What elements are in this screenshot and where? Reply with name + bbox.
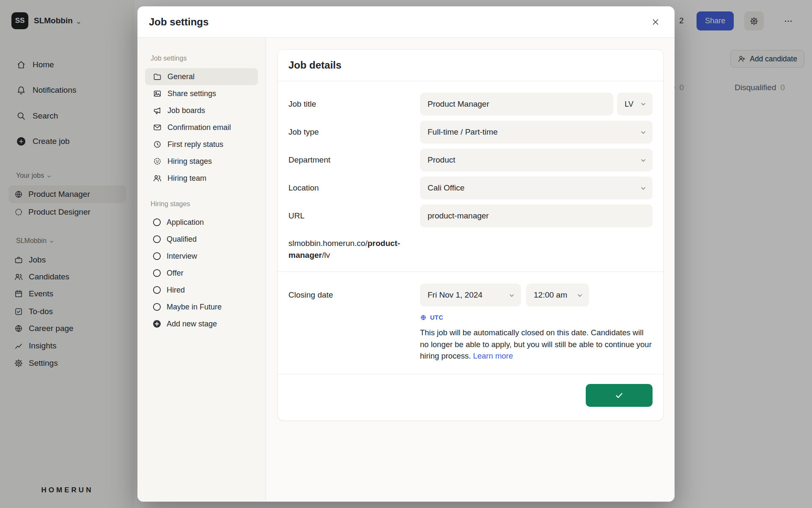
stage-item-interview[interactable]: Interview	[145, 248, 258, 265]
field-label: Closing date	[288, 290, 420, 300]
field-label: Location	[288, 183, 420, 193]
job-details-card: Job details Job title LV Job type	[277, 49, 664, 421]
envelope-icon	[153, 123, 162, 132]
stage-label: Application	[167, 218, 204, 227]
chevron-down-icon	[576, 292, 583, 298]
job-details-form: Job title LV Job type Full-time / Part-t…	[278, 81, 663, 271]
clock-icon	[153, 140, 162, 149]
settings-nav-share-settings[interactable]: Share settings	[145, 85, 258, 102]
form-row-closing-date: Closing date Fri Nov 1, 2024 12:00 am	[288, 284, 653, 306]
circle-icon	[153, 218, 161, 226]
stage-label: Interview	[167, 252, 197, 261]
check-icon	[614, 390, 624, 400]
department-value: Product	[428, 155, 455, 165]
chevron-down-icon	[508, 292, 515, 298]
form-row-job-type: Job type Full-time / Part-time	[288, 121, 653, 144]
smiley-dashed-icon	[153, 157, 162, 166]
closing-time-value: 12:00 am	[534, 290, 567, 300]
folder-icon	[153, 72, 162, 81]
job-title-input[interactable]	[420, 93, 613, 116]
screen: SS SLMobbin Home Notifications Search	[0, 0, 812, 508]
modal-title: Job settings	[149, 16, 208, 28]
closing-date-note: This job will be automatically closed on…	[420, 327, 653, 362]
panel-section-label: Job settings	[145, 55, 258, 62]
people-icon	[153, 174, 162, 183]
language-value: LV	[625, 100, 634, 109]
image-icon	[153, 89, 162, 98]
language-select[interactable]: LV	[617, 93, 653, 116]
url-input[interactable]	[420, 204, 653, 227]
field-label: Job type	[288, 127, 420, 137]
closing-date-value: Fri Nov 1, 2024	[428, 290, 483, 300]
circle-icon	[153, 303, 161, 311]
chevron-down-icon	[640, 185, 647, 191]
form-row-url: URL	[288, 204, 653, 227]
timezone-button[interactable]: UTC	[420, 314, 653, 321]
field-label: Job title	[288, 99, 420, 109]
job-settings-modal: Job settings Job settings General Share …	[137, 6, 675, 502]
modal-sidebar: Job settings General Share settings Job …	[137, 38, 266, 502]
globe-icon	[420, 314, 427, 321]
chevron-down-icon	[640, 129, 647, 135]
timezone-label: UTC	[430, 314, 443, 321]
circle-icon	[153, 286, 161, 294]
location-select[interactable]: Cali Office	[420, 177, 653, 199]
save-button[interactable]	[586, 384, 653, 407]
stage-item-offer[interactable]: Offer	[145, 265, 258, 282]
card-footer	[278, 374, 663, 407]
settings-nav-label: Job boards	[167, 106, 205, 115]
close-button[interactable]	[649, 16, 662, 28]
settings-nav-hiring-team[interactable]: Hiring team	[145, 170, 258, 187]
stage-label: Maybe in Future	[167, 303, 222, 312]
job-type-value: Full-time / Part-time	[428, 127, 498, 137]
chevron-down-icon	[640, 157, 647, 163]
field-label: URL	[288, 211, 420, 221]
chevron-down-icon	[640, 101, 647, 108]
close-icon	[651, 17, 660, 27]
settings-nav-label: First reply status	[167, 140, 223, 149]
modal-content: Job details Job title LV Job type	[266, 38, 675, 502]
modal-header: Job settings	[137, 6, 675, 38]
form-row-department: Department Product	[288, 149, 653, 171]
learn-more-link[interactable]: Learn more	[473, 351, 513, 360]
stage-label: Qualified	[167, 235, 197, 244]
modal-body: Job settings General Share settings Job …	[137, 38, 675, 502]
url-prefix: slmobbin.homerun.co/	[288, 239, 368, 248]
card-title: Job details	[278, 50, 663, 81]
plus-circle-icon	[153, 320, 161, 328]
settings-nav-label: General	[167, 72, 195, 81]
stage-item-application[interactable]: Application	[145, 214, 258, 231]
settings-nav-general[interactable]: General	[145, 68, 258, 85]
note-text: This job will be automatically closed on…	[420, 328, 652, 360]
settings-nav-label: Share settings	[167, 89, 216, 98]
url-suffix: /lv	[322, 251, 330, 260]
closing-date-select[interactable]: Fri Nov 1, 2024	[420, 284, 521, 306]
stage-item-maybe-in-future[interactable]: Maybe in Future	[145, 298, 258, 315]
location-value: Cali Office	[428, 183, 464, 193]
job-type-select[interactable]: Full-time / Part-time	[420, 121, 653, 144]
department-select[interactable]: Product	[420, 149, 653, 171]
settings-nav-job-boards[interactable]: Job boards	[145, 102, 258, 119]
form-row-location: Location Cali Office	[288, 177, 653, 199]
stage-label: Hired	[167, 286, 185, 295]
stage-label: Offer	[167, 269, 184, 278]
megaphone-icon	[153, 106, 162, 115]
settings-nav-first-reply-status[interactable]: First reply status	[145, 136, 258, 153]
add-new-stage-button[interactable]: Add new stage	[145, 315, 258, 332]
url-preview: slmobbin.homerun.co/product-manager/lv	[288, 237, 428, 271]
circle-icon	[153, 235, 161, 243]
settings-nav-label: Hiring stages	[167, 157, 212, 166]
circle-icon	[153, 269, 161, 277]
settings-nav-label: Hiring team	[167, 174, 206, 183]
stage-item-hired[interactable]: Hired	[145, 282, 258, 298]
add-stage-label: Add new stage	[167, 320, 217, 329]
settings-nav-hiring-stages[interactable]: Hiring stages	[145, 153, 258, 170]
circle-icon	[153, 252, 161, 260]
closing-date-section: Closing date Fri Nov 1, 2024 12:00 am	[278, 271, 663, 362]
form-row-job-title: Job title LV	[288, 93, 653, 116]
stage-item-qualified[interactable]: Qualified	[145, 231, 258, 248]
settings-nav-confirmation-email[interactable]: Confirmation email	[145, 119, 258, 136]
field-label: Department	[288, 155, 420, 165]
closing-time-select[interactable]: 12:00 am	[526, 284, 589, 306]
panel-section-label: Hiring stages	[145, 200, 258, 208]
